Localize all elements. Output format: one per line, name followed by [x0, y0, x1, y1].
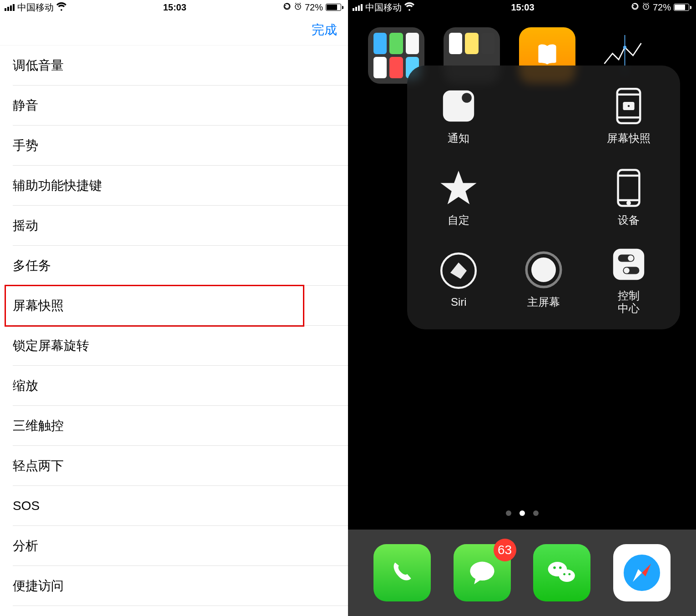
- nav-bar: 完成: [0, 15, 348, 45]
- at-home[interactable]: 主屏幕: [501, 238, 586, 320]
- done-button[interactable]: 完成: [312, 21, 337, 39]
- list-item-shake[interactable]: 摇动: [0, 206, 348, 246]
- list-item-gesture[interactable]: 手势: [0, 126, 348, 166]
- list-item-label: 静音: [13, 97, 38, 114]
- at-label: 设备: [618, 213, 640, 227]
- at-siri[interactable]: Siri: [416, 238, 501, 320]
- signal-icon: [353, 4, 363, 11]
- siri-icon: [438, 250, 479, 291]
- list-item-double-tap[interactable]: 轻点两下: [0, 446, 348, 486]
- list-item-label: 便捷访问: [13, 577, 64, 595]
- svg-point-12: [626, 104, 630, 108]
- at-custom[interactable]: 自定: [416, 157, 501, 238]
- svg-point-26: [624, 268, 630, 274]
- list-item-mute[interactable]: 静音: [0, 86, 348, 126]
- assistive-touch-panel: 通知 屏幕快照 自定 设备 Siri: [407, 66, 680, 329]
- alarm-icon: [642, 2, 650, 13]
- at-label: 控制 中心: [618, 289, 640, 314]
- rotation-lock-icon: [631, 2, 639, 13]
- list-item-screenshot[interactable]: 屏幕快照: [0, 286, 348, 326]
- page-dot: [506, 510, 511, 516]
- at-control-center[interactable]: 控制 中心: [586, 238, 671, 320]
- list-item-label: 三维触控: [13, 417, 64, 434]
- wifi-icon: [404, 1, 414, 14]
- svg-point-30: [559, 566, 562, 569]
- list-item-label: 辅助功能快捷键: [13, 177, 102, 194]
- list-item-label: 分析: [13, 537, 38, 555]
- home-screen-panel: 中国移动 15:03 72%: [348, 0, 696, 616]
- notification-icon: [438, 86, 479, 126]
- list-item-label: 屏幕快照: [13, 297, 64, 314]
- svg-point-32: [564, 573, 566, 576]
- rotation-lock-icon: [283, 2, 291, 13]
- screenshot-icon: [608, 86, 649, 126]
- settings-panel: 中国移动 15:03 72% 完成 调低音量 静音 手势 辅助功能快捷键 摇动 …: [0, 0, 348, 616]
- at-device[interactable]: 设备: [586, 157, 671, 238]
- control-center-icon: [608, 244, 649, 285]
- list-item-label: 调低音量: [13, 57, 64, 74]
- list-item-label: 摇动: [13, 217, 38, 234]
- svg-point-33: [569, 573, 571, 576]
- battery-percent: 72%: [653, 2, 671, 13]
- alarm-icon: [294, 2, 302, 13]
- dock: 63: [348, 530, 696, 616]
- page-dot: [533, 510, 539, 516]
- status-time: 15:03: [414, 2, 631, 13]
- list-item-volume-down[interactable]: 调低音量: [0, 45, 348, 86]
- at-label: 自定: [448, 213, 469, 227]
- at-label: 屏幕快照: [607, 131, 651, 146]
- settings-list: 调低音量 静音 手势 辅助功能快捷键 摇动 多任务 屏幕快照 锁定屏幕旋转 缩放…: [0, 45, 348, 606]
- star-icon: [438, 167, 479, 208]
- wechat-app-icon[interactable]: [533, 544, 590, 601]
- list-item-zoom[interactable]: 缩放: [0, 366, 348, 406]
- svg-point-21: [531, 258, 556, 282]
- at-empty: [501, 157, 586, 238]
- list-item-label: SOS: [13, 499, 40, 513]
- status-bar: 中国移动 15:03 72%: [0, 0, 348, 15]
- messages-app-icon[interactable]: 63: [454, 544, 511, 601]
- home-button-icon: [523, 249, 564, 290]
- svg-point-31: [559, 570, 575, 582]
- phone-app-icon[interactable]: [373, 544, 431, 601]
- list-item-multitask[interactable]: 多任务: [0, 246, 348, 286]
- list-item-reachability[interactable]: 便捷访问: [0, 566, 348, 606]
- list-item-sos[interactable]: SOS: [0, 486, 348, 526]
- signal-icon: [5, 4, 15, 11]
- list-item-accessibility-shortcut[interactable]: 辅助功能快捷键: [0, 166, 348, 206]
- status-bar: 中国移动 15:03 72%: [348, 0, 696, 15]
- list-item-label: 手势: [13, 137, 38, 154]
- svg-point-27: [470, 562, 494, 581]
- svg-point-7: [462, 93, 472, 103]
- svg-rect-22: [613, 249, 644, 280]
- page-dot-active: [519, 510, 525, 516]
- battery-icon: [674, 4, 691, 11]
- carrier-label: 中国移动: [17, 1, 54, 14]
- at-label: 主屏幕: [527, 295, 560, 309]
- status-time: 15:03: [66, 2, 283, 13]
- at-screenshot[interactable]: 屏幕快照: [586, 75, 671, 157]
- svg-marker-13: [441, 171, 477, 204]
- list-item-lock-rotation[interactable]: 锁定屏幕旋转: [0, 326, 348, 366]
- list-item-label: 缩放: [13, 377, 38, 394]
- list-item-3d-touch[interactable]: 三维触控: [0, 406, 348, 446]
- list-item-label: 多任务: [13, 257, 51, 274]
- svg-point-29: [554, 566, 556, 569]
- list-item-label: 轻点两下: [13, 457, 64, 475]
- safari-app-icon[interactable]: [613, 544, 671, 601]
- messages-badge: 63: [494, 539, 516, 561]
- svg-point-24: [628, 256, 634, 262]
- at-empty: [501, 75, 586, 157]
- battery-percent: 72%: [305, 2, 323, 13]
- battery-icon: [326, 4, 343, 11]
- at-label: Siri: [451, 296, 467, 308]
- device-icon: [608, 167, 649, 208]
- svg-point-17: [627, 202, 630, 204]
- at-label: 通知: [448, 131, 469, 146]
- svg-point-5: [623, 45, 626, 49]
- carrier-label: 中国移动: [365, 1, 402, 14]
- page-indicator[interactable]: [348, 510, 696, 516]
- at-notification[interactable]: 通知: [416, 75, 501, 157]
- wifi-icon: [56, 1, 66, 14]
- list-item-analytics[interactable]: 分析: [0, 526, 348, 566]
- list-item-label: 锁定屏幕旋转: [13, 337, 89, 354]
